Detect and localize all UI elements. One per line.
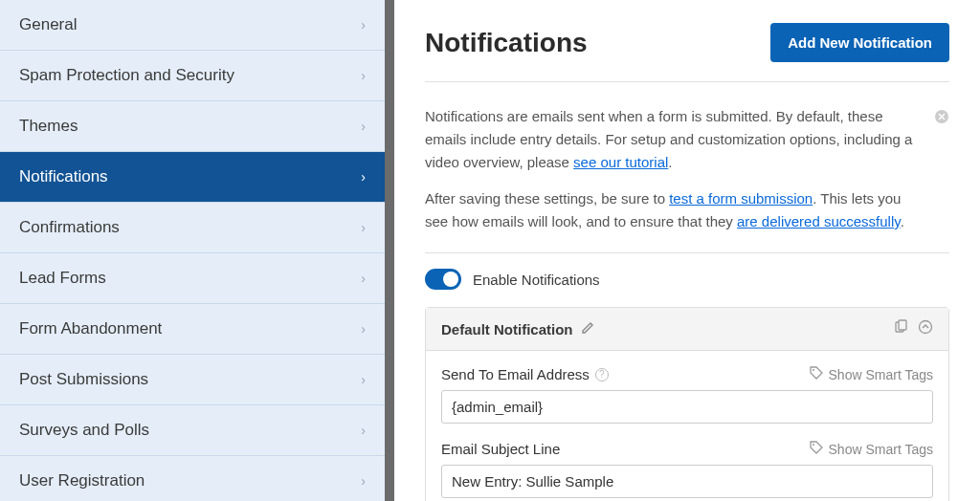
sidebar-item-label: Form Abandonment <box>19 319 162 338</box>
sidebar-item-post-submissions[interactable]: Post Submissions › <box>0 355 385 405</box>
svg-rect-2 <box>899 320 906 330</box>
chevron-right-icon: › <box>361 473 366 489</box>
toggle-label: Enable Notifications <box>473 272 600 288</box>
sidebar-item-label: User Registration <box>19 471 145 490</box>
sidebar-item-label: Post Submissions <box>19 370 148 389</box>
chevron-right-icon: › <box>361 17 366 33</box>
sidebar-item-label: Lead Forms <box>19 269 106 288</box>
send-to-label: Send To Email Address ? <box>441 366 609 382</box>
settings-sidebar: General › Spam Protection and Security ›… <box>0 0 394 501</box>
chevron-right-icon: › <box>361 220 366 235</box>
sidebar-item-lead-forms[interactable]: Lead Forms › <box>0 253 385 304</box>
add-notification-button[interactable]: Add New Notification <box>770 23 949 62</box>
chevron-right-icon: › <box>361 372 366 387</box>
sidebar-item-label: Notifications <box>19 167 108 186</box>
info-paragraph-1: Notifications are emails sent when a for… <box>425 105 949 174</box>
sidebar-item-spam[interactable]: Spam Protection and Security › <box>0 51 385 101</box>
svg-point-4 <box>813 369 814 371</box>
subject-label: Email Subject Line <box>441 441 560 457</box>
sidebar-item-label: General <box>19 15 77 34</box>
sidebar-item-surveys-polls[interactable]: Surveys and Polls › <box>0 405 385 456</box>
edit-icon[interactable] <box>581 321 594 338</box>
chevron-right-icon: › <box>361 68 366 83</box>
sidebar-item-themes[interactable]: Themes › <box>0 101 385 152</box>
sidebar-item-confirmations[interactable]: Confirmations › <box>0 203 385 253</box>
sidebar-item-user-registration[interactable]: User Registration › <box>0 456 385 501</box>
info-block: Notifications are emails sent when a for… <box>425 105 949 253</box>
notification-actions <box>893 319 933 338</box>
notification-body: Send To Email Address ? Show Smart Tags <box>426 351 948 501</box>
sidebar-item-label: Themes <box>19 117 78 136</box>
svg-point-5 <box>813 444 814 446</box>
enable-notifications-toggle[interactable] <box>425 269 461 290</box>
chevron-right-icon: › <box>361 119 366 134</box>
chevron-right-icon: › <box>361 169 366 185</box>
copy-icon[interactable] <box>893 319 908 338</box>
sidebar-item-label: Spam Protection and Security <box>19 66 234 85</box>
main-content: Notifications Add New Notification Notif… <box>394 0 980 501</box>
subject-input[interactable] <box>441 465 933 498</box>
smart-tags-button[interactable]: Show Smart Tags <box>810 366 933 382</box>
sidebar-item-label: Surveys and Polls <box>19 421 149 440</box>
chevron-right-icon: › <box>361 423 366 438</box>
page-header: Notifications Add New Notification <box>425 23 949 82</box>
collapse-icon[interactable] <box>918 319 933 338</box>
notification-title: Default Notification <box>441 321 594 338</box>
page-title: Notifications <box>425 28 588 58</box>
tag-icon <box>810 441 823 457</box>
sidebar-item-label: Confirmations <box>19 218 120 237</box>
sidebar-item-general[interactable]: General › <box>0 0 385 51</box>
svg-point-3 <box>920 321 932 334</box>
sidebar-item-notifications[interactable]: Notifications › <box>0 152 385 203</box>
help-icon[interactable]: ? <box>595 368 609 381</box>
info-paragraph-2: After saving these settings, be sure to … <box>425 187 949 233</box>
chevron-right-icon: › <box>361 321 366 337</box>
notification-card-header: Default Notification <box>426 308 948 351</box>
test-submission-link[interactable]: test a form submission <box>669 190 813 207</box>
enable-notifications-row: Enable Notifications <box>425 269 949 290</box>
send-to-field: Send To Email Address ? Show Smart Tags <box>441 366 933 424</box>
chevron-right-icon: › <box>361 271 366 286</box>
field-label-row: Send To Email Address ? Show Smart Tags <box>441 366 933 382</box>
tag-icon <box>810 366 823 382</box>
subject-field: Email Subject Line Show Smart Tags <box>441 441 933 498</box>
tutorial-link[interactable]: see our tutorial <box>573 154 668 170</box>
send-to-input[interactable] <box>441 390 933 424</box>
smart-tags-button[interactable]: Show Smart Tags <box>810 441 933 457</box>
sidebar-item-form-abandonment[interactable]: Form Abandonment › <box>0 304 385 355</box>
field-label-row: Email Subject Line Show Smart Tags <box>441 441 933 457</box>
notification-card: Default Notification Send To Email Addre… <box>425 307 949 501</box>
dismiss-info-button[interactable] <box>934 105 949 133</box>
delivered-link[interactable]: are delivered successfully <box>737 213 901 229</box>
